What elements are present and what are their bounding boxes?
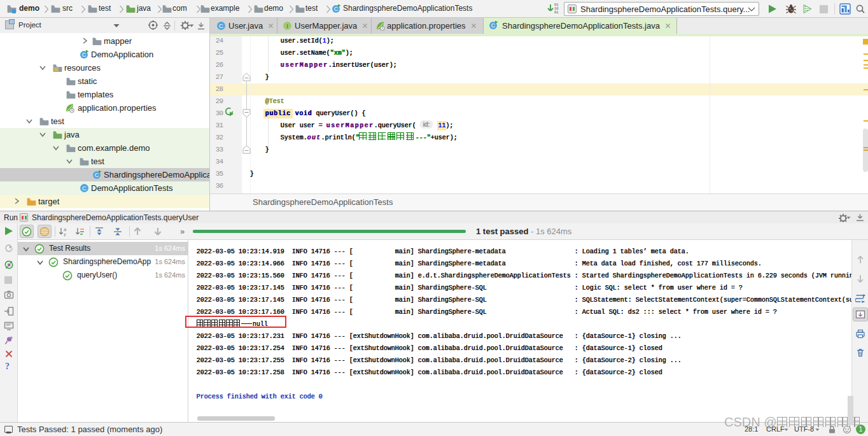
svg-text:z: z	[64, 232, 66, 237]
